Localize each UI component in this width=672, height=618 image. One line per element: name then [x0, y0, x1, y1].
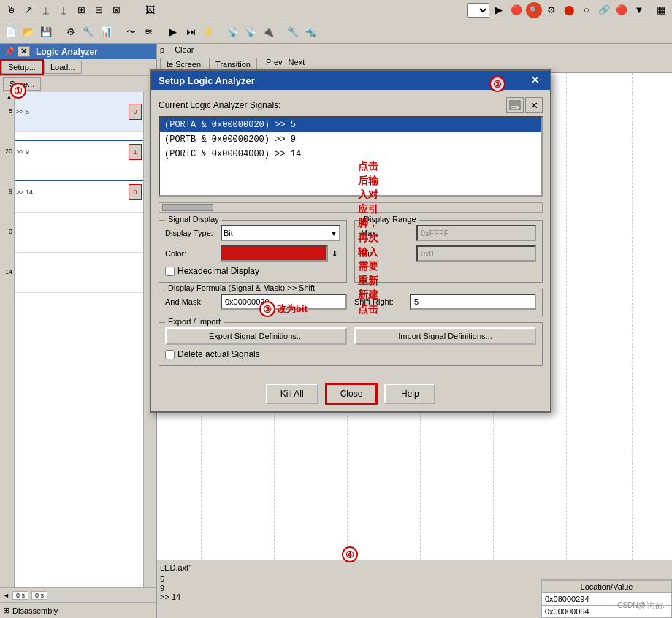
watermark: CSDN@"向前. — [617, 600, 665, 611]
save-button[interactable]: Save... — [3, 77, 41, 91]
export-import-legend: Export / Import — [165, 317, 224, 326]
signal-text-3: (PORTC & 0x00004000) >> 14 — [164, 149, 301, 159]
delete-signal-btn[interactable]: ✕ — [525, 97, 543, 113]
signal-entry-1[interactable]: (PORTA & 0x00000020) >> 5 — [160, 118, 541, 132]
signals-hscrollbar[interactable] — [159, 202, 543, 213]
help-btn[interactable]: Help — [384, 384, 435, 404]
toolbar-btn-12[interactable]: 🔴 — [614, 2, 630, 18]
toolbar-btn-5[interactable]: ⊞ — [73, 2, 89, 18]
toolbar-config2[interactable]: 🔧 — [80, 24, 96, 40]
disassembly-bar: ⊞ Disassembly — [0, 602, 156, 618]
toolbar-open[interactable]: 📂 — [20, 24, 37, 40]
shift-right-input[interactable] — [410, 294, 536, 310]
bottom-right-table: Location/Value 0x08000294 0x00000064 — [541, 579, 672, 618]
right-toolbar: p Clear — [157, 44, 672, 56]
toolbar-btn-4[interactable]: ⌶ — [56, 2, 72, 18]
toolbar-btn-1[interactable]: 🖱 — [3, 2, 19, 18]
setup-button[interactable]: Setup... — [1, 61, 42, 74]
toolbar-wave2[interactable]: ≋ — [140, 24, 156, 40]
toolbar-save[interactable]: 💾 — [38, 24, 54, 40]
signal-text-2: (PORTB & 0x00000200) >> 9 — [164, 134, 296, 145]
panel-close-btn[interactable]: ✕ — [18, 46, 30, 57]
hex-display-label: Hexadecimal Display — [177, 266, 259, 276]
signals-header: Current Logic Analyzer Signals: ✕ — [159, 97, 543, 113]
right-toolbar-clear[interactable]: Clear — [175, 45, 194, 54]
add-signal-btn[interactable] — [506, 97, 524, 113]
toolbar-run[interactable]: ▶ — [165, 24, 181, 40]
hex-display-row: Hexadecimal Display — [165, 266, 340, 276]
min-input[interactable] — [416, 245, 536, 262]
color-picker-btn[interactable]: ⬇ — [221, 245, 340, 262]
toolbar-expand[interactable]: ▼ — [631, 2, 647, 18]
logic-analyzer-panel: 📌 ✕ Logic Analyzer Setup... Load... Save… — [0, 44, 157, 618]
export-import-btn-row: Export Signal Definitions... Import Sign… — [165, 327, 536, 345]
dropdown-1[interactable] — [467, 3, 489, 18]
time-scroll-left[interactable]: ◄ — [3, 592, 9, 599]
toolbar-new[interactable]: 📄 — [3, 24, 19, 40]
signals-list[interactable]: (PORTA & 0x00000020) >> 5 (PORTB & 0x000… — [159, 116, 543, 197]
signal-entry-3[interactable]: (PORTC & 0x00004000) >> 14 — [160, 147, 541, 161]
max-row: Max: document.querySelectorAll('[data-na… — [361, 225, 536, 241]
display-formula-group: Display Formula (Signal & Mask) >> Shift… — [159, 289, 543, 316]
dialog-footer: Kill All Close Help — [151, 379, 550, 411]
import-btn[interactable]: Import Signal Definitions... — [354, 327, 536, 345]
kill-all-btn[interactable]: Kill All — [266, 384, 318, 404]
toolbar-btn-9[interactable]: ▶ — [491, 2, 507, 18]
dialog-close-btn[interactable]: ✕ — [527, 75, 543, 86]
toolbar-btn-7[interactable]: ⊠ — [108, 2, 124, 18]
and-mask-input[interactable] — [221, 294, 347, 310]
hex-display-checkbox[interactable] — [165, 267, 175, 276]
display-type-value: Bit — [224, 229, 233, 237]
export-btn[interactable]: Export Signal Definitions... — [165, 327, 347, 345]
delete-icon: ✕ — [530, 100, 538, 111]
toolbar-btn-link[interactable]: 🔗 — [596, 2, 612, 18]
max-input[interactable] — [416, 225, 536, 241]
signals-label: Current Logic Analyzer Signals: — [159, 100, 280, 110]
time-right: 0 s — [31, 591, 47, 600]
toolbar-btn-3[interactable]: ⌶ — [38, 2, 54, 18]
toolbar-wrench[interactable]: 🔧 — [285, 24, 301, 40]
toolbar-config1[interactable]: ⚙ — [63, 24, 79, 40]
dialog-titlebar: Setup Logic Analyzer ✕ — [151, 71, 550, 90]
toolbar-wave[interactable]: 〜 — [123, 24, 139, 40]
display-type-dropdown[interactable]: Bit ▼ — [221, 225, 340, 241]
toolbar-config3[interactable]: 📊 — [98, 24, 114, 40]
scrollbar-thumb[interactable] — [162, 204, 213, 211]
and-mask-label: And Mask: — [165, 297, 216, 306]
delete-signals-row: Delete actual Signals — [165, 349, 536, 359]
toolbar-btn-6[interactable]: ⊟ — [91, 2, 107, 18]
load-button[interactable]: Load... — [44, 61, 82, 74]
toolbar-search[interactable]: 🔍 — [526, 2, 542, 18]
signals-icons: ✕ — [506, 97, 543, 113]
toolbar-btn-8[interactable]: 🖼 — [142, 2, 158, 18]
setup-dialog: Setup Logic Analyzer ✕ Current Logic Ana… — [150, 69, 551, 413]
toolbar-wrench2[interactable]: 🔩 — [302, 24, 318, 40]
delete-signals-label: Delete actual Signals — [177, 349, 260, 359]
signal-display-legend: Signal Display — [165, 215, 222, 224]
max-label: Max: — [361, 229, 412, 237]
toolbar-btn-red[interactable]: ⬤ — [561, 2, 577, 18]
toolbar-signal3[interactable]: 🔌 — [260, 24, 276, 40]
signal-display-group: Signal Display Display Type: Bit ▼ Color… — [159, 220, 347, 283]
toolbar-btn-circle[interactable]: ○ — [579, 2, 595, 18]
display-range-group: Display Range Max: document.querySelecto… — [354, 220, 543, 283]
toolbar-config4[interactable]: ⚡ — [200, 24, 216, 40]
color-label: Color: — [165, 249, 216, 258]
dialog-body: Current Logic Analyzer Signals: ✕ (PORTA — [151, 90, 550, 379]
disassembly-label: Disassembly — [12, 606, 58, 615]
dialog-title: Setup Logic Analyzer — [159, 75, 255, 86]
toolbar-signal2[interactable]: 📡 — [243, 24, 259, 40]
display-type-row: Display Type: Bit ▼ — [165, 225, 340, 241]
delete-signals-checkbox[interactable] — [165, 350, 175, 359]
shift-right-row: Shift Right: — [354, 294, 536, 310]
table-header-location: Location/Value — [542, 581, 672, 593]
toolbar-signal[interactable]: 📡 — [225, 24, 241, 40]
toolbar-btn-11[interactable]: ⚙ — [543, 2, 560, 18]
toolbar-step[interactable]: ⏭ — [183, 24, 199, 40]
color-download-btn[interactable]: ⬇ — [327, 245, 340, 262]
close-btn[interactable]: Close — [326, 384, 378, 404]
signal-entry-2[interactable]: (PORTB & 0x00000200) >> 9 — [160, 132, 541, 147]
toolbar-btn-2[interactable]: ↗ — [20, 2, 37, 18]
toolbar-btn-10[interactable]: 🔴 — [508, 2, 524, 18]
toolbar-grid[interactable]: ▦ — [653, 2, 669, 18]
